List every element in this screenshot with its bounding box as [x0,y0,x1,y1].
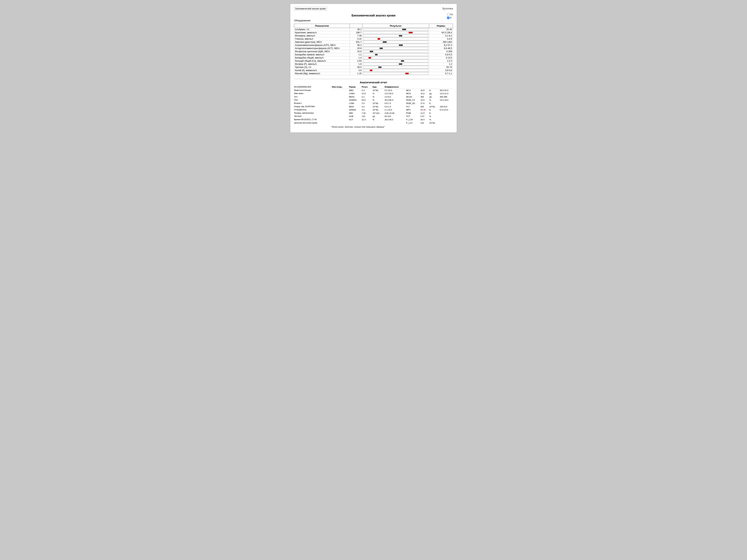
params-rparam-cell: PCT [406,115,420,118]
params-runit-cell: g/L [429,96,439,99]
row-chart [362,53,429,56]
checkbox-k-input[interactable] [447,17,449,19]
chart-bar [405,73,409,74]
chart-bar [401,60,404,62]
params-rvalue-cell: 9.5 H [420,108,429,112]
row-name: Билирубин общий, ммоль/л [294,56,350,59]
params-runit-cell: fL [429,112,439,115]
params-rvalue-cell: 27.6 [420,102,429,105]
params-rparam-cell: MCHC [406,96,420,99]
row-value: 59.5 [350,66,362,69]
row-chart [362,44,429,47]
params-range-cell: 12.0-45.0 [384,92,406,96]
params-param-cell: LYM% [348,92,361,96]
chart-bar-container [363,31,428,34]
table-row: Глюкоза, ммоль/л3.223,4-6 [294,37,453,41]
params-range-cell: 4.60-10.00 [384,112,406,115]
row-norm: 3,8-5,6 [429,69,453,72]
row-norm: 0,7-1,1 [429,72,453,75]
params-runit-cell: fL [429,102,439,105]
params-th-param: Парам. [348,85,361,89]
params-imya-cell [331,105,348,108]
checkbox-co[interactable]: Co [447,13,453,16]
chart-bar-container [363,60,428,62]
params-unit-cell: 10^9/L [372,89,384,92]
params-imya-cell [331,92,348,96]
checkbox-co-label: Co [450,13,453,16]
row-chart [362,69,429,72]
info-row: Цельная венозная кровь [294,121,331,125]
table-row: Альбумин, г/л38.125-44 [294,28,453,31]
row-name: Аланинаминотрансфераза (АЛТ), МЕ/л [294,44,350,47]
params-th-rezul: Резул. [361,85,372,89]
equipment-line: Оборудование: [294,19,453,22]
chart-bar-container [363,47,428,50]
table-row: Креатинин, мкмоль/л186.744,3-138,4 [294,31,453,34]
chart-bar [409,32,413,33]
main-page: Биохимический анализ крови Булочка Co К … [290,4,457,133]
chart-bar [380,48,383,49]
checkbox-k[interactable]: К [447,17,453,19]
params-value-cell: 5.2 [361,96,372,99]
table-row: Фосфор (Р), ммоль/л1.81-2 [294,62,453,66]
params-value-cell: 110 [361,115,372,118]
h-flag: H [424,109,426,111]
params-rrange-cell: H 5.0-9.0 [439,108,453,112]
info-row: Номер обр.:БУЛОЧКА [294,105,331,108]
row-value: 1.15 [350,72,362,75]
params-row: P_LCC14310^9/L [331,122,453,125]
table-row: Аспартататаминотрансфераза (АСТ), МЕ/л20… [294,47,453,50]
col-header-result: Результат [362,24,429,28]
params-unit-cell [372,122,384,125]
row-norm: 0-258 [429,50,453,53]
params-rrange-cell [439,102,453,105]
params-table: Имя влад.: Парам. Резул. Еди. ИнфДиапазо… [331,85,453,125]
chart-bar-container [363,41,428,43]
chart-bar-container [363,44,428,47]
row-name: Альбумин, г/л [294,28,350,31]
row-value: 38.1 [350,28,362,31]
info-column: ИН:000000001959Животного:КошкиИмя живо.:… [294,85,331,129]
info-row: Провер.:administrator [294,111,331,115]
params-param-cell [348,122,361,125]
params-rparam-cell: PLT [406,105,420,108]
params-value-cell: 31.4 [361,118,372,122]
params-rparam-cell: MCH [406,92,420,96]
row-norm: 8,2-57,3 [429,44,453,47]
params-runit-cell: pg [429,92,439,96]
row-value: 3.22 [350,37,362,41]
params-unit-cell: % [372,92,384,96]
row-name: Креатинин, мкмоль/л [294,31,350,34]
chart-bar [383,41,387,43]
params-param-cell: GRAN% [348,99,361,102]
col-header-norm: Нормы [429,24,453,28]
params-runit-cell: % [429,99,439,102]
params-unit-cell: 10^9/L [372,105,384,108]
table-row: Билирубин прямой, ммоль/л1.20,9-5,5 [294,53,453,56]
info-row: тел.: [294,95,331,99]
params-range-cell: 28.0-49.0 [384,118,406,122]
info-row: ИН:000000001959 [294,85,331,89]
row-value: 186.7 [350,31,362,34]
row-norm: 0,9-5,5 [429,53,453,56]
params-rrange-cell: 39.0-52.0 [439,89,453,92]
params-rvalue-cell: 0.47 [420,115,429,118]
params-imya-cell [331,112,348,115]
row-value: 7.49 [350,34,362,37]
params-rvalue-cell: 14.9 [420,99,429,102]
params-unit-cell: % [372,118,384,122]
checkbox-co-input[interactable] [447,14,449,16]
params-value-cell [361,122,372,125]
chart-bar [370,51,373,52]
row-norm: 1-2 [429,62,453,66]
chart-bar [399,35,402,36]
params-row: MID#0.310^9/L0.0-1.9PLT50410^9/L100-514 [331,105,453,108]
row-norm: 3-13,5 [429,56,453,59]
row-name: Амилаза (диастаза), МЕ/л [294,41,350,44]
params-section: Имя влад.: Парам. Резул. Еди. ИнфДиапазо… [331,85,453,129]
row-value: 1.2 [350,53,362,56]
params-value-cell: 7.02 [361,112,372,115]
table-row: Амилаза (диастаза), МЕ/л631.7269-1462 [294,41,453,44]
params-rvalue-cell: 15.6 [420,92,429,96]
params-imya-cell [331,102,348,105]
